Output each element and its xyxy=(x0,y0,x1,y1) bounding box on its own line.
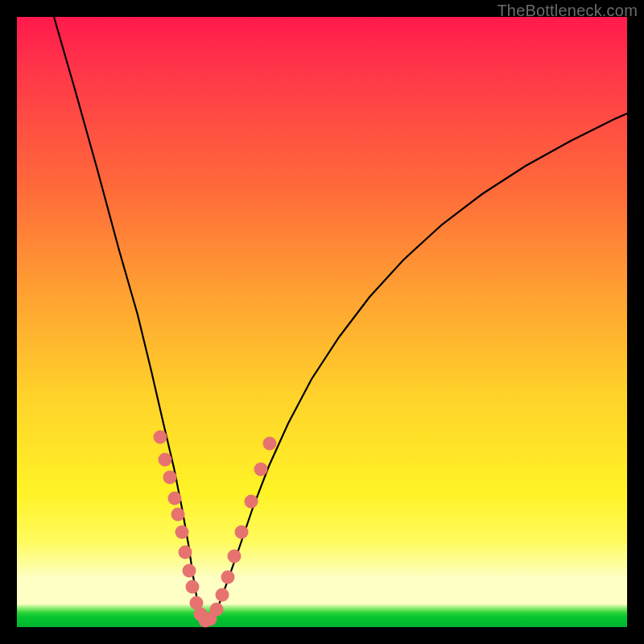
marker-dot xyxy=(179,546,192,559)
marker-dot xyxy=(263,437,277,451)
marker-dot xyxy=(228,550,242,564)
chart-plot-area xyxy=(17,17,627,627)
marker-dot xyxy=(210,603,224,617)
watermark-text: TheBottleneck.com xyxy=(497,2,638,20)
bottleneck-curve xyxy=(54,17,627,623)
marker-dot xyxy=(154,431,167,444)
marker-dots-group xyxy=(154,431,277,628)
marker-dot xyxy=(183,564,196,578)
marker-dot xyxy=(216,588,229,602)
marker-dot xyxy=(186,580,200,594)
marker-dot xyxy=(175,526,189,539)
chart-frame: TheBottleneck.com xyxy=(0,0,644,644)
marker-dot xyxy=(171,508,185,522)
marker-dot xyxy=(159,453,172,467)
marker-dot xyxy=(254,463,268,477)
marker-dot xyxy=(163,471,177,485)
marker-dot xyxy=(168,492,182,506)
chart-svg xyxy=(17,17,627,627)
marker-dot xyxy=(245,495,258,509)
marker-dot xyxy=(235,526,249,539)
marker-dot xyxy=(221,571,235,584)
